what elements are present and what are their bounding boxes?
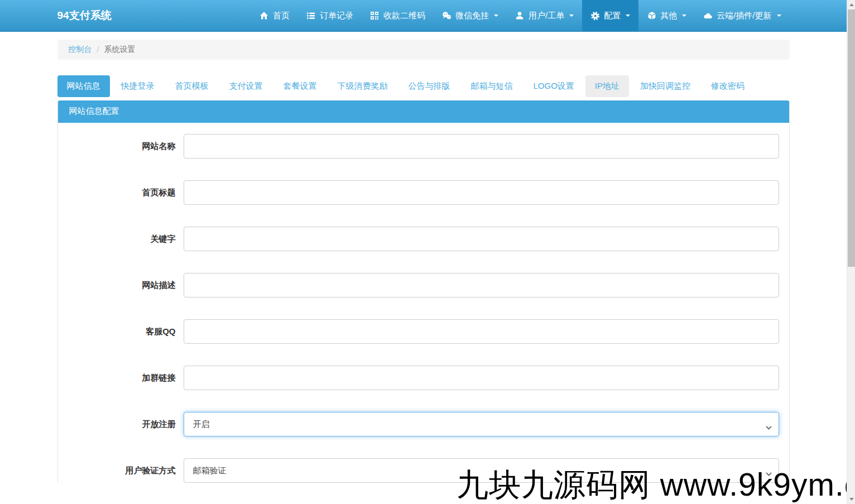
site-description-input[interactable]: [184, 273, 779, 297]
chevron-down-icon: [777, 15, 781, 17]
qrcode-icon: [370, 11, 380, 21]
breadcrumb-console-link[interactable]: 控制台: [69, 45, 92, 55]
nav-item-label: 其他: [660, 11, 677, 21]
form-row-site-name: 网站名称: [58, 134, 779, 159]
form-row-service-qq: 客服QQ: [58, 319, 779, 344]
chevron-down-icon: [766, 468, 772, 478]
breadcrumb-current-page: 系统设置: [104, 45, 135, 55]
scroll-up-button[interactable]: [847, 0, 855, 9]
keywords-input[interactable]: [184, 227, 779, 251]
tab-sub-consume-reward[interactable]: 下级消费奖励: [328, 75, 397, 97]
scroll-down-button[interactable]: [847, 495, 855, 504]
nav-item-label: 订单记录: [320, 11, 353, 21]
form-row-keywords: 关键字: [58, 227, 779, 251]
chevron-down-icon: [682, 15, 686, 17]
nav-item-label: 用户/工单: [529, 11, 564, 21]
nav-item-users-tickets[interactable]: 用户/工单: [507, 0, 582, 31]
arrow-down-icon: [849, 498, 854, 501]
home-title-input[interactable]: [184, 180, 779, 205]
user-verify-select[interactable]: 邮箱验证: [184, 458, 779, 483]
open-register-selected-value: 开启: [193, 419, 210, 430]
tab-callback-monitor[interactable]: 加快回调监控: [631, 75, 700, 97]
tab-email-sms[interactable]: 邮箱与短信: [462, 75, 522, 97]
site-name-label: 网站名称: [58, 141, 184, 152]
tab-quick-login[interactable]: 快捷登录: [112, 75, 164, 97]
group-link-label: 加群链接: [58, 373, 184, 383]
scrollbar-thumb[interactable]: [848, 9, 855, 267]
site-name-input[interactable]: [184, 134, 779, 159]
top-navbar: 94支付系统 首页 订单记录: [0, 0, 847, 32]
chevron-down-icon: [494, 15, 498, 17]
vertical-scrollbar[interactable]: [847, 0, 855, 504]
gear-icon: [590, 11, 600, 21]
site-description-label: 网站描述: [58, 280, 184, 291]
panel-title: 网站信息配置: [58, 100, 789, 123]
form-row-user-verify: 用户验证方式 邮箱验证: [58, 458, 779, 483]
settings-tabs: 网站信息 快捷登录 首页模板 支付设置 套餐设置 下级消费奖励 公告与排版 邮箱…: [57, 75, 790, 97]
service-qq-input[interactable]: [184, 319, 779, 344]
list-icon: [306, 11, 316, 21]
nav-item-home[interactable]: 首页: [251, 0, 298, 31]
cloud-icon: [703, 11, 713, 21]
nav-item-label: 微信免挂: [455, 11, 489, 21]
nav-item-config[interactable]: 配置: [582, 0, 638, 31]
tab-ip-address[interactable]: IP地址: [585, 75, 629, 97]
form-row-group-link: 加群链接: [58, 366, 779, 390]
form-row-home-title: 首页标题: [58, 180, 779, 205]
chevron-down-icon: [766, 422, 772, 431]
nav-item-label: 首页: [273, 11, 290, 21]
breadcrumb: 控制台 / 系统设置: [57, 40, 790, 60]
tab-payment-settings[interactable]: 支付设置: [220, 75, 272, 97]
form-row-site-description: 网站描述: [58, 273, 779, 297]
nav-item-label: 配置: [604, 11, 621, 21]
keywords-label: 关键字: [58, 234, 184, 244]
chevron-down-icon: [626, 15, 630, 17]
open-register-label: 开放注册: [58, 419, 184, 430]
tab-notice-layout[interactable]: 公告与排版: [399, 75, 460, 97]
nav-item-cloud-plugins-update[interactable]: 云端/插件/更新: [695, 0, 789, 31]
tab-logo-settings[interactable]: LOGO设置: [524, 75, 584, 97]
nav-item-others[interactable]: 其他: [638, 0, 695, 31]
nav-item-label: 收款二维码: [383, 11, 425, 21]
tab-package-settings[interactable]: 套餐设置: [274, 75, 326, 97]
group-link-input[interactable]: [184, 366, 779, 390]
brand-title[interactable]: 94支付系统: [57, 0, 123, 31]
nav-item-order-records[interactable]: 订单记录: [298, 0, 362, 31]
main-nav: 首页 订单记录: [251, 0, 790, 31]
user-verify-label: 用户验证方式: [58, 465, 184, 476]
home-title-label: 首页标题: [58, 188, 184, 198]
wechat-icon: [442, 11, 451, 21]
service-qq-label: 客服QQ: [58, 327, 184, 337]
open-register-select[interactable]: 开启: [184, 412, 779, 436]
tab-site-info[interactable]: 网站信息: [57, 75, 110, 97]
tab-change-password[interactable]: 修改密码: [702, 75, 754, 97]
breadcrumb-separator: /: [97, 45, 99, 54]
user-icon: [515, 11, 525, 21]
chevron-down-icon: [569, 15, 574, 17]
site-info-panel: 网站信息配置 网站名称 首页标题 关键字 网站描述: [57, 100, 790, 483]
form-row-open-register: 开放注册 开启: [58, 412, 779, 436]
tab-home-template[interactable]: 首页模板: [166, 75, 218, 97]
home-icon: [260, 11, 269, 21]
nav-item-label: 云端/插件/更新: [717, 11, 771, 21]
nav-item-wechat[interactable]: 微信免挂: [434, 0, 507, 31]
cube-icon: [647, 11, 656, 21]
nav-item-qrcode[interactable]: 收款二维码: [362, 0, 434, 31]
arrow-up-icon: [849, 3, 854, 6]
user-verify-selected-value: 邮箱验证: [193, 465, 227, 476]
